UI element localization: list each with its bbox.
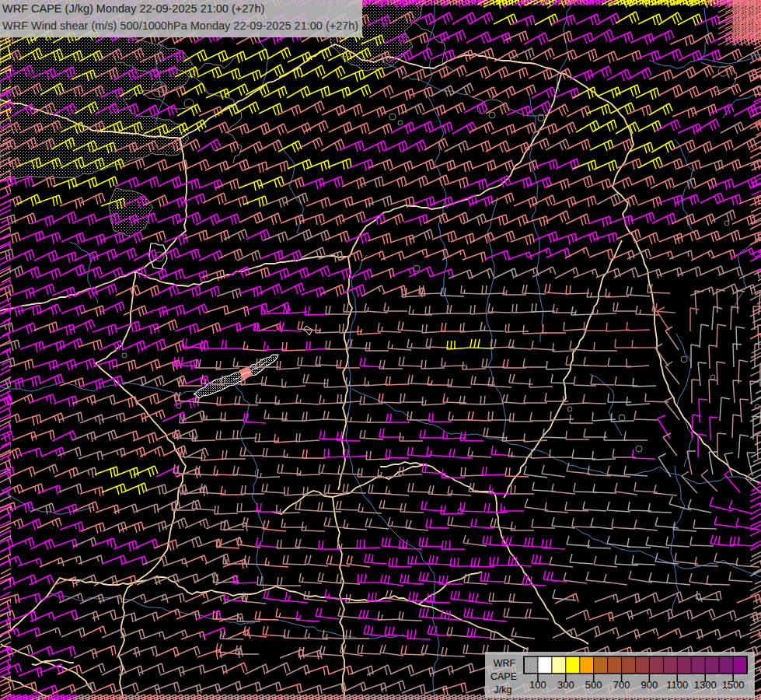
svg-text:1300: 1300: [694, 679, 717, 691]
svg-text:500: 500: [585, 679, 602, 691]
svg-text:1500: 1500: [722, 679, 745, 691]
svg-text:WRF: WRF: [494, 658, 516, 669]
svg-text:J/kg: J/kg: [494, 684, 512, 695]
svg-text:100: 100: [529, 679, 546, 691]
svg-text:300: 300: [557, 679, 574, 691]
svg-text:WRF Wind shear (m/s) 500/1000h: WRF Wind shear (m/s) 500/1000hPa Monday …: [2, 19, 358, 32]
svg-text:900: 900: [641, 679, 658, 691]
svg-text:700: 700: [613, 679, 630, 691]
svg-text:1100: 1100: [666, 679, 688, 691]
svg-text:CAPE: CAPE: [490, 671, 517, 682]
svg-text:WRF CAPE (J/kg) Monday 22-09-2: WRF CAPE (J/kg) Monday 22-09-2025 21:00 …: [2, 2, 264, 15]
